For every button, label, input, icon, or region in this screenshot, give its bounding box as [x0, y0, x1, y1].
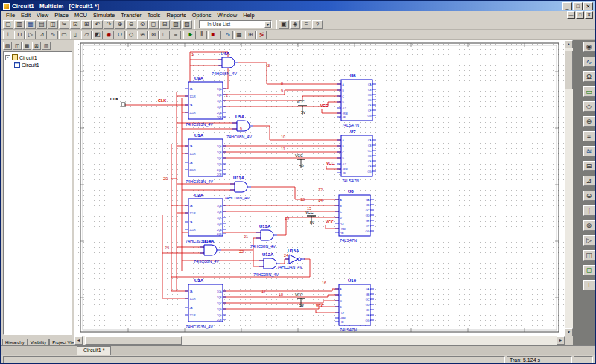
menu-simulate[interactable]: Simulate	[90, 12, 118, 19]
tab-visibility[interactable]: Visibility	[28, 339, 50, 345]
zoom-in-icon[interactable]: ⊕	[115, 20, 125, 29]
place-power-icon[interactable]: Ω	[115, 31, 125, 39]
menu-file[interactable]: File	[3, 12, 18, 19]
wire-net[interactable]	[326, 225, 339, 229]
title-bar[interactable]: Circuit1 - Multisim - [Circuit1 *] _ □ ✕	[1, 1, 595, 11]
wire-net[interactable]	[223, 96, 341, 100]
agilent-generator-icon[interactable]: ▷	[583, 235, 595, 246]
menu-window[interactable]: Window	[215, 12, 241, 19]
frequency-counter-icon[interactable]: ⊕	[583, 116, 595, 127]
function-generator-icon[interactable]: ∿	[583, 57, 595, 67]
maximize-button[interactable]: □	[573, 2, 583, 10]
wire-net[interactable]	[238, 63, 341, 84]
zoom-full-icon[interactable]: ◻	[148, 20, 159, 29]
gate-U13A[interactable]	[261, 230, 273, 240]
menu-tools[interactable]: Tools	[145, 12, 164, 19]
new-icon[interactable]: ▢	[3, 20, 13, 29]
tektronix-scope-icon[interactable]: ◻	[583, 265, 595, 275]
horizontal-scroll-thumb[interactable]	[85, 336, 182, 345]
gate-U14A[interactable]	[204, 245, 217, 255]
vertical-scroll-thumb[interactable]	[565, 51, 573, 89]
logic-analyzer-icon[interactable]: ≋	[583, 146, 595, 156]
grid-icon[interactable]: ⊟	[159, 20, 170, 29]
gate-U11A[interactable]	[235, 182, 247, 192]
cut-icon[interactable]: ✂	[59, 20, 69, 29]
tree-root-circuit1[interactable]: - Circuit1	[5, 54, 70, 61]
tab-hierarchy[interactable]: Hierarchy	[2, 339, 28, 345]
place-analog-icon[interactable]: ∿	[48, 31, 58, 39]
place-rf-icon[interactable]: ≋	[137, 31, 148, 39]
wattmeter-icon[interactable]: Ω	[583, 71, 595, 82]
print-icon[interactable]: ▤	[37, 20, 47, 29]
database-icon[interactable]: ▣	[279, 20, 289, 29]
dt-open-icon[interactable]: ◫	[13, 42, 22, 50]
mdi-minimize-button[interactable]: —	[567, 11, 575, 19]
canvas-vertical-scrollbar[interactable]: ▲ ▼	[565, 40, 573, 336]
place-diode-icon[interactable]: ▷	[25, 31, 36, 39]
tab-circuit1[interactable]: Circuit1 *	[77, 346, 111, 355]
dt-props-icon[interactable]: ▥	[42, 42, 51, 50]
place-mixed-icon[interactable]: ◩	[92, 31, 103, 39]
scroll-left-icon[interactable]: ◄	[74, 336, 83, 345]
gate-U12A[interactable]	[264, 258, 276, 269]
dt-new-icon[interactable]: ▤	[3, 42, 12, 50]
menu-transfer[interactable]: Transfer	[118, 12, 145, 19]
mdi-close-button[interactable]: ✕	[585, 11, 593, 19]
combo-arrow-icon[interactable]: ▼	[264, 21, 271, 28]
zoom-area-icon[interactable]: ⊙	[137, 20, 148, 29]
spectrum-analyzer-icon[interactable]: ∫	[583, 205, 595, 216]
wire-net[interactable]	[326, 166, 341, 169]
gate-U15A[interactable]	[289, 255, 298, 264]
open-icon[interactable]: ▥	[14, 20, 25, 29]
spreadsheet-icon[interactable]: ▨	[182, 20, 192, 29]
iv-analyzer-icon[interactable]: ⊿	[583, 176, 595, 186]
menu-edit[interactable]: Edit	[18, 12, 34, 19]
menu-options[interactable]: Options	[189, 12, 215, 19]
network-analyzer-icon[interactable]: ⊗	[583, 220, 595, 231]
menu-view[interactable]: View	[34, 12, 51, 19]
place-wire-icon[interactable]: ∟	[159, 31, 170, 39]
run-button[interactable]: ►	[186, 31, 196, 39]
clk-input-pin[interactable]	[121, 103, 125, 106]
postprocessor-icon[interactable]: ⊞	[245, 31, 256, 39]
stop-button[interactable]: ■	[208, 31, 218, 39]
gate-U4A[interactable]	[222, 57, 235, 68]
wire-net[interactable]	[253, 126, 341, 140]
scroll-down-icon[interactable]: ▼	[565, 328, 573, 336]
place-cmos-icon[interactable]: ▯	[70, 31, 80, 39]
mdi-restore-button[interactable]: □	[576, 11, 584, 19]
logic-converter-icon[interactable]: ⊟	[583, 161, 595, 171]
canvas-horizontal-scrollbar[interactable]: ◄ ►	[74, 336, 565, 345]
in-use-list-combo[interactable]: --- In Use List --- ▼	[199, 20, 272, 28]
wire-net[interactable]	[223, 289, 339, 291]
minimize-button[interactable]: _	[562, 2, 572, 10]
place-ttl-icon[interactable]: ▭	[59, 31, 69, 39]
grapher-icon[interactable]: ∿	[223, 31, 233, 39]
wire-net[interactable]	[322, 109, 341, 113]
wire-net[interactable]	[251, 187, 339, 199]
menu-mcu[interactable]: MCU	[72, 12, 90, 19]
schematic-canvas[interactable]: U9A74HC393N_4V1A1CLR2A2CLR1QA1QB1QC1QD2Q…	[74, 40, 565, 336]
analysis-icon[interactable]: ▦	[234, 31, 244, 39]
place-bus-icon[interactable]: ≡	[171, 31, 181, 39]
place-basic-icon[interactable]: ⊓	[14, 31, 25, 39]
place-source-icon[interactable]: ⊥	[3, 31, 13, 39]
bode-plotter-icon[interactable]: ◇	[583, 101, 595, 112]
component-wizard-icon[interactable]: ◈	[290, 20, 300, 29]
tree-expander-icon[interactable]: -	[5, 55, 10, 60]
undo-icon[interactable]: ↶	[92, 20, 103, 29]
measurement-probe-icon[interactable]: ⊥	[583, 280, 595, 290]
menu-place[interactable]: Place	[51, 12, 72, 19]
place-transistor-icon[interactable]: ⊿	[37, 31, 47, 39]
probe-icon[interactable]: ≶	[256, 31, 267, 39]
zoom-out-icon[interactable]: ⊖	[126, 20, 136, 29]
scroll-up-icon[interactable]: ▲	[565, 40, 573, 48]
print-preview-icon[interactable]: ◫	[48, 20, 58, 29]
wire-net[interactable]	[316, 310, 339, 313]
menu-reports[interactable]: Reports	[163, 12, 188, 19]
variant-icon[interactable]: ≡	[301, 20, 311, 29]
paste-icon[interactable]: ⊞	[81, 20, 92, 29]
scroll-right-icon[interactable]: ►	[557, 336, 565, 345]
agilent-multimeter-icon[interactable]: ◫	[583, 250, 595, 261]
tree-item-circuit1[interactable]: Circuit1	[5, 61, 70, 68]
